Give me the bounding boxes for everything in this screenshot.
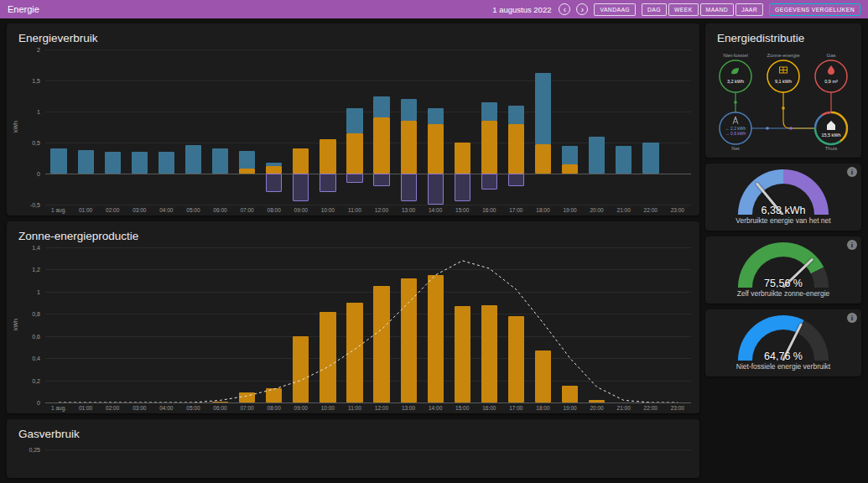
bar-segment[interactable] <box>428 108 444 124</box>
solar-production-chart[interactable]: kWh 1,41,210,80,60,40,20 1 aug.01:0002:0… <box>7 246 699 413</box>
bar-segment[interactable] <box>266 166 282 174</box>
bar-segment[interactable] <box>346 133 362 174</box>
bar-segment[interactable] <box>616 146 632 174</box>
info-icon[interactable]: i <box>847 167 857 177</box>
period-year-button[interactable]: JAAR <box>735 3 763 16</box>
bar-segment[interactable] <box>481 102 497 121</box>
compare-data-button[interactable]: GEGEVENS VERGELIJKEN <box>769 3 860 16</box>
gridline <box>45 314 691 314</box>
bar-segment[interactable] <box>212 148 228 174</box>
bar-segment[interactable] <box>320 139 335 174</box>
bar-segment[interactable] <box>212 402 228 402</box>
next-date-button[interactable]: › <box>576 3 588 15</box>
bar-segment[interactable] <box>428 275 444 402</box>
x-tick-label: 02:00 <box>99 405 126 411</box>
bar-segment[interactable] <box>428 174 444 205</box>
bar-segment[interactable] <box>562 146 578 164</box>
x-tick-label: 06:00 <box>206 207 233 213</box>
bar-segment[interactable] <box>428 124 444 174</box>
bar-segment[interactable] <box>401 174 417 201</box>
bar-segment[interactable] <box>239 392 255 402</box>
bar-segment[interactable] <box>185 145 201 174</box>
bar-segment[interactable] <box>373 286 389 402</box>
bar-segment[interactable] <box>320 174 335 192</box>
x-tick-label: 02:00 <box>99 207 126 213</box>
bar-segment[interactable] <box>535 144 551 174</box>
bar-segment[interactable] <box>293 174 309 201</box>
bar-segment[interactable] <box>562 164 578 174</box>
bar-segment[interactable] <box>266 388 282 402</box>
gas-consumption-chart[interactable]: 0,25 <box>7 444 699 475</box>
bar-segment[interactable] <box>508 106 524 124</box>
y-tick-label: 0,5 <box>32 140 40 146</box>
bar-segment[interactable] <box>401 278 417 402</box>
bar-segment[interactable] <box>455 174 470 201</box>
bar-segment[interactable] <box>50 148 66 174</box>
period-day-button[interactable]: DAG <box>642 3 667 16</box>
bar-segment[interactable] <box>346 174 362 183</box>
info-icon[interactable]: i <box>847 240 857 250</box>
bar-segment[interactable] <box>589 137 605 174</box>
solar-flow-dot <box>782 106 785 110</box>
bar-segment[interactable] <box>535 351 551 402</box>
x-tick-label: 20:00 <box>584 207 611 213</box>
bar-segment[interactable] <box>266 163 282 166</box>
x-tick-label: 21:00 <box>611 207 637 213</box>
bar-segment[interactable] <box>401 121 417 174</box>
plot-area[interactable] <box>45 247 691 402</box>
y-tick-label: 1,2 <box>32 267 40 273</box>
x-tick-label: 12:00 <box>368 405 395 411</box>
bar-segment[interactable] <box>239 151 255 169</box>
gridline <box>45 80 691 81</box>
bar-segment[interactable] <box>642 143 658 174</box>
prev-date-button[interactable]: ‹ <box>559 3 570 15</box>
bar-segment[interactable] <box>508 174 524 186</box>
bar-segment[interactable] <box>455 143 470 174</box>
solar-forecast-line <box>59 261 678 402</box>
x-tick-label: 15:00 <box>449 207 476 213</box>
bar-segment[interactable] <box>481 174 497 190</box>
y-axis: 21,510,50-0,5 <box>23 49 43 205</box>
bar-segment[interactable] <box>78 150 94 174</box>
bar-segment[interactable] <box>508 316 524 402</box>
today-button[interactable]: VANDAAG <box>594 3 636 16</box>
x-tick-label: 1 aug. <box>45 405 72 411</box>
solar-node[interactable] <box>767 60 799 92</box>
bar-segment[interactable] <box>481 121 497 174</box>
period-month-button[interactable]: MAAND <box>700 3 735 16</box>
x-tick-label: 01:00 <box>72 405 99 411</box>
bar-segment[interactable] <box>346 108 362 133</box>
gridline <box>45 336 691 337</box>
bar-segment[interactable] <box>239 169 255 174</box>
bar-segment[interactable] <box>346 303 362 402</box>
bar-segment[interactable] <box>320 312 335 402</box>
bar-segment[interactable] <box>401 99 417 121</box>
bar-segment[interactable] <box>373 117 389 174</box>
bar-segment[interactable] <box>373 174 389 186</box>
gas-node[interactable] <box>815 60 847 92</box>
gauge-value: 75,56 % <box>738 278 829 288</box>
bar-segment[interactable] <box>293 148 309 174</box>
energy-consumption-chart[interactable]: kWh 21,510,50-0,5 1 aug.01:0002:0003:000… <box>7 48 699 216</box>
bar-segment[interactable] <box>132 152 148 174</box>
x-tick-label: 04:00 <box>153 405 179 411</box>
bar-segment[interactable] <box>535 73 551 144</box>
x-tick-label: 17:00 <box>502 207 529 213</box>
bar-segment[interactable] <box>508 124 524 174</box>
plot-area[interactable] <box>45 445 691 465</box>
return-flow-dot <box>789 127 793 130</box>
y-tick-label: 0,25 <box>29 447 40 453</box>
plot-area[interactable] <box>45 49 691 205</box>
bar-segment[interactable] <box>481 305 497 402</box>
period-week-button[interactable]: WEEK <box>668 3 699 16</box>
nonfossil-node[interactable] <box>720 60 751 92</box>
bar-segment[interactable] <box>266 174 282 192</box>
info-icon[interactable]: i <box>847 313 857 323</box>
bar-segment[interactable] <box>589 400 605 402</box>
bar-segment[interactable] <box>373 96 389 118</box>
bar-segment[interactable] <box>105 152 121 174</box>
bar-segment[interactable] <box>455 306 470 402</box>
bar-segment[interactable] <box>159 152 174 174</box>
bar-segment[interactable] <box>562 386 578 402</box>
bar-segment[interactable] <box>293 336 309 402</box>
